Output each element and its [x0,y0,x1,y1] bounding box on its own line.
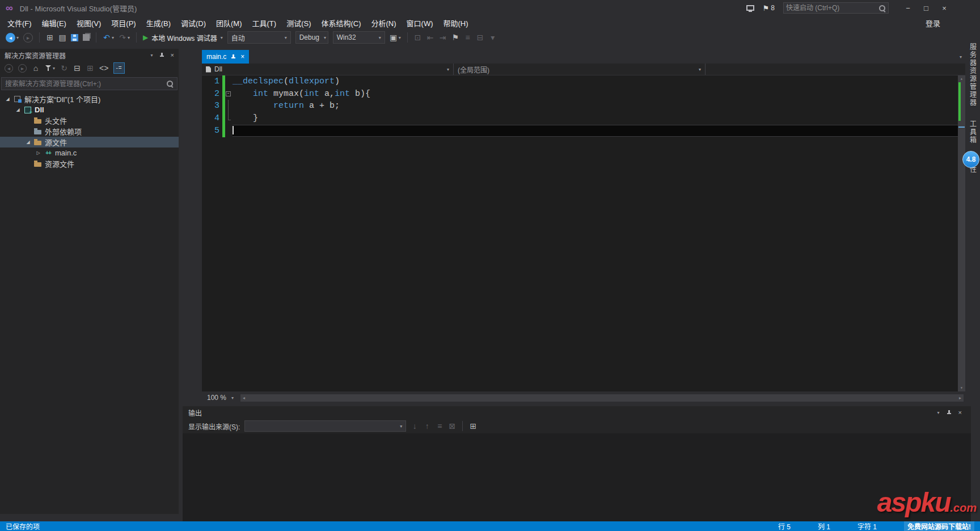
quick-launch-input[interactable] [786,4,878,12]
tree-item[interactable]: 资源文件 [0,158,179,169]
scroll-left-icon[interactable]: ◂ [240,394,247,402]
forward-icon[interactable]: ▸ [18,64,27,73]
collapse-all-icon[interactable]: ⊟ [73,64,81,73]
menu-item[interactable]: 工具(T) [247,15,282,31]
vertical-scrollbar[interactable]: ▴ ▾ [958,75,965,391]
maximize-button[interactable]: □ [922,4,930,12]
pin-icon[interactable] [230,54,236,60]
tree-item[interactable]: ◢解决方案“Dll”(1 个项目) [0,94,179,104]
chevron-down-icon[interactable]: ▾ [231,395,234,401]
menu-item[interactable]: 生成(B) [141,15,176,31]
output-source-combo[interactable]: ▾ [244,420,406,432]
start-debugging-button[interactable]: ▶本地 Windows 调试器▾ [143,33,223,43]
decrease-indent-icon[interactable]: ⇤ [426,33,434,42]
document-tab-main-c[interactable]: main.c × [202,50,249,64]
view-code-icon[interactable]: <> [99,64,108,73]
code-line[interactable]: 2-int mymax(int a,int b){ [202,88,965,100]
clear-all-icon[interactable]: ⊠ [448,422,456,431]
member-scope-combo[interactable]: (全局范围) ▾ [454,64,706,75]
close-panel-icon[interactable]: × [171,52,174,58]
chevron-down-icon[interactable]: ▾ [112,35,114,40]
comment-selection-icon[interactable]: ≡ [464,33,472,42]
save-icon[interactable] [71,34,78,41]
dock-tab[interactable]: 工具箱 [968,120,978,144]
sign-in-link[interactable]: 登录 [926,18,940,28]
back-icon[interactable]: ◂ [5,64,13,73]
fold-margin[interactable]: - [225,88,233,100]
menu-item[interactable]: 编辑(E) [37,15,71,31]
solution-platform-combo[interactable]: Win32▾ [333,31,385,44]
undo-icon[interactable]: ↶▾ [103,33,114,42]
save-all-icon[interactable] [83,34,90,41]
toolbar-options-icon[interactable]: ▾ [489,33,497,42]
chevron-down-icon[interactable]: ▾ [699,67,701,72]
pin-icon[interactable] [159,52,165,58]
bookmark-icon[interactable]: ⚑ [451,33,459,42]
tree-item[interactable]: 头文件 [0,115,179,126]
tab-list-dropdown-icon[interactable]: ▾ [960,54,962,60]
next-message-icon[interactable]: ↓ [411,422,419,431]
tree-item[interactable]: ◢源文件 [0,137,179,148]
pin-icon[interactable] [946,410,952,416]
filter-icon[interactable]: ▾ [45,65,55,71]
open-file-icon[interactable]: ▤ [58,33,66,42]
chevron-down-icon[interactable]: ▾ [319,35,326,40]
redo-icon[interactable]: ↷▾ [119,33,130,42]
chevron-down-icon[interactable]: ▾ [399,35,401,40]
solution-search-input[interactable] [5,80,166,88]
expander-icon[interactable]: ◢ [15,107,21,112]
panel-splitter[interactable] [179,49,183,514]
close-tab-icon[interactable]: × [240,53,244,61]
toggle-messages-icon[interactable]: ⊞ [469,422,477,431]
quick-launch-box[interactable] [783,2,889,14]
tree-item[interactable]: ◢Dll [0,104,179,115]
feedback-icon[interactable] [746,5,754,11]
tree-item[interactable]: ▷++main.c [0,148,179,158]
chevron-down-icon[interactable]: ▾ [128,35,130,40]
chevron-down-icon[interactable]: ▾ [374,35,381,40]
word-wrap-icon[interactable]: ≡ [436,422,443,431]
expander-icon[interactable]: ◢ [5,96,11,102]
tree-item[interactable]: 外部依赖项 [0,126,179,137]
search-icon[interactable] [878,5,886,12]
close-panel-icon[interactable]: × [958,409,962,416]
menu-item[interactable]: 帮助(H) [438,15,474,31]
chevron-down-icon[interactable]: ▾ [53,66,55,71]
search-icon[interactable] [166,80,174,87]
scroll-up-icon[interactable]: ▴ [958,75,965,82]
horizontal-scrollbar[interactable]: ◂ ▸ [240,394,964,402]
code-line[interactable]: 4} [202,112,965,125]
code-line[interactable]: 3return a + b; [202,100,965,112]
dock-tab[interactable]: 服务器资源管理器 [968,43,978,107]
home-icon[interactable]: ⌂ [32,64,40,73]
scroll-right-icon[interactable]: ▸ [957,394,964,402]
solution-configuration-combo[interactable]: Debug▾ [295,31,328,44]
preview-selected-items-icon[interactable]: -= [113,62,124,74]
chevron-down-icon[interactable]: ▾ [280,35,287,40]
attach-mode-combo[interactable]: 自动▾ [227,31,291,44]
chevron-down-icon[interactable]: ▾ [447,67,449,72]
menu-item[interactable]: 分析(N) [366,15,402,31]
show-all-files-icon[interactable]: ⊞ [86,64,94,73]
window-position-icon[interactable]: ▾ [937,410,940,415]
find-in-files-icon[interactable]: ⊡ [414,33,422,42]
solution-search-box[interactable] [1,77,178,90]
navigate-forward-icon[interactable]: ▸ [23,33,33,43]
notifications-button[interactable]: ⚑ 8 [763,4,775,12]
code-line[interactable]: 1__declspec(dllexport) [202,75,965,88]
new-project-icon[interactable]: ⊞ [46,33,54,42]
scroll-down-icon[interactable]: ▾ [958,385,965,391]
previous-message-icon[interactable]: ↑ [423,422,431,431]
menu-item[interactable]: 项目(P) [106,15,141,31]
menu-item[interactable]: 测试(S) [281,15,316,31]
menu-item[interactable]: 窗口(W) [402,15,438,31]
expander-icon[interactable]: ◢ [25,140,31,145]
refresh-icon[interactable]: ↻ [60,64,68,73]
chevron-down-icon[interactable]: ▾ [400,424,402,429]
menu-item[interactable]: 团队(M) [211,15,247,31]
chevron-down-icon[interactable]: ▾ [221,35,223,40]
code-line[interactable]: 5 [202,125,965,137]
menu-item[interactable]: 调试(D) [176,15,211,31]
close-button[interactable]: × [940,4,948,12]
debug-target-options-icon[interactable]: ▣▾ [390,33,401,42]
